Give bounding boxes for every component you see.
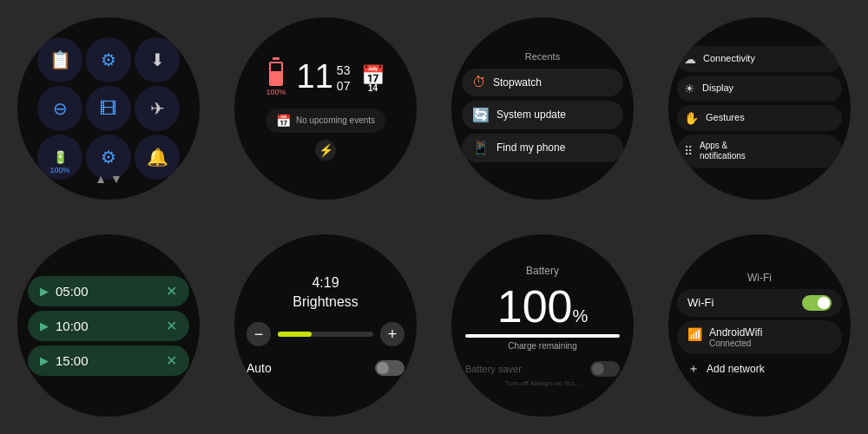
ctrl-btn-minus[interactable]: ⊖ — [37, 86, 82, 131]
toggle-off-knob — [592, 363, 604, 375]
watch-cell-8: Wi-Fi Wi-Fi 📶 AndroidWifi Connected ＋ Ad… — [651, 217, 868, 434]
ctrl-btn-settings[interactable]: ⚙ — [86, 37, 131, 82]
system-update-icon: 🔄 — [472, 107, 490, 123]
stopwatch-icon: ⏱ — [472, 75, 486, 90]
alarm-left-3: ▶ 15:00 — [40, 353, 89, 368]
wifi-network-item[interactable]: 📶 AndroidWifi Connected — [677, 320, 842, 354]
settings-gestures[interactable]: ✋ Gestures — [677, 105, 842, 131]
time-display: 11 53 07 — [297, 60, 351, 94]
alarm-close-1[interactable]: ✕ — [166, 283, 177, 299]
hand-icon: ✋ — [684, 111, 699, 125]
calendar-date: 14 — [368, 83, 378, 93]
time-minutes: 53 — [337, 63, 351, 78]
plus-icon: + — [388, 326, 398, 344]
battery-fill — [271, 71, 281, 83]
signal-row: ▲ ▼ — [95, 172, 122, 186]
cloud-icon: ☁ — [684, 52, 696, 66]
alarm-time-3: 15:00 — [56, 353, 89, 368]
watch-cell-7: Battery 100 % Charge remaining Battery s… — [434, 217, 651, 434]
settings-display[interactable]: ☀ Display — [677, 76, 842, 102]
wifi-add-row[interactable]: ＋ Add network — [677, 358, 842, 380]
battery-face: Battery 100 % Charge remaining Battery s… — [451, 256, 634, 396]
find-phone-icon: 📱 — [472, 140, 490, 156]
ctrl-btn-airplane[interactable]: ✈ — [135, 86, 180, 131]
watch-face-3: Recents ⏱ Stopwatch 🔄 System update 📱 Fi… — [451, 17, 634, 200]
minus-icon: − — [254, 326, 264, 344]
brightness-slider-fill — [278, 332, 312, 337]
watch-cell-2: 100% 11 53 07 📅 14 📅 No upcoming events — [217, 0, 434, 217]
wifi-network-name: AndroidWifi — [709, 326, 762, 339]
alarm-play-3: ▶ — [40, 354, 49, 367]
no-events-banner: 📅 No upcoming events — [266, 108, 385, 133]
battery-top — [273, 57, 279, 60]
watch-cell-5: ▶ 05:00 ✕ ▶ 10:00 ✕ ▶ 15:00 ✕ — [0, 217, 217, 434]
add-network-icon: ＋ — [687, 361, 700, 377]
brightness-title: Brightness — [293, 294, 358, 310]
sun-icon: ☀ — [684, 82, 695, 95]
auto-brightness-row: Auto — [247, 360, 404, 376]
wifi-toggle-row[interactable]: Wi-Fi — [677, 289, 842, 317]
time-seconds: 07 — [337, 79, 351, 94]
recent-item-sysupdate[interactable]: 🔄 System update — [462, 101, 623, 129]
alarm-close-2[interactable]: ✕ — [166, 318, 177, 334]
ctrl-btn-battery[interactable]: 🔋 100% — [37, 135, 82, 180]
battery-bar-full — [465, 334, 620, 338]
find-phone-label: Find my phone — [496, 141, 565, 154]
settings-apps[interactable]: ⠿ Apps &notifications — [677, 135, 842, 168]
battery-percent-large: 100 — [497, 284, 573, 329]
wifi-network-info: AndroidWifi Connected — [709, 326, 762, 348]
time-hours: 11 — [297, 60, 333, 93]
clock-face: 100% 11 53 07 📅 14 📅 No upcoming events — [234, 49, 417, 169]
watch-face-1: 📋 ⚙ ⬇ ⊖ 🎞 ✈ 🔋 100% ⚙ — [17, 17, 200, 200]
recent-item-stopwatch[interactable]: ⏱ Stopwatch — [462, 69, 623, 96]
battery-saver-toggle[interactable] — [590, 361, 620, 377]
alarm-item-1[interactable]: ▶ 05:00 ✕ — [28, 276, 189, 306]
recents-face: Recents ⏱ Stopwatch 🔄 System update 📱 Fi… — [451, 44, 634, 174]
add-network-label: Add network — [707, 363, 765, 375]
watch-face-4: ☁ Connectivity ☀ Display ✋ Gestures ⠿ Ap… — [668, 17, 851, 200]
no-events-text: No upcoming events — [296, 115, 375, 125]
recent-item-findphone[interactable]: 📱 Find my phone — [462, 134, 623, 162]
brightness-slider-track[interactable] — [278, 332, 373, 337]
charge-remaining-label: Charge remaining — [508, 341, 577, 351]
brightness-plus-button[interactable]: + — [380, 322, 404, 346]
wifi-face: Wi-Fi Wi-Fi 📶 AndroidWifi Connected ＋ Ad… — [668, 265, 851, 387]
watch-face-7: Battery 100 % Charge remaining Battery s… — [451, 234, 634, 417]
auto-label: Auto — [247, 361, 272, 375]
minus-circle-icon: ⊖ — [53, 98, 68, 119]
alarm-close-3[interactable]: ✕ — [166, 352, 177, 369]
wifi-screen-title: Wi-Fi — [677, 272, 842, 284]
battery-percent-display: 100 % — [497, 284, 589, 329]
watch-cell-4: ☁ Connectivity ☀ Display ✋ Gestures ⠿ Ap… — [651, 0, 868, 217]
wifi-toggle[interactable] — [802, 295, 832, 311]
signal-icon: ▲ — [95, 172, 107, 186]
charge-indicator: ⚡ — [315, 140, 336, 161]
auto-brightness-toggle[interactable] — [375, 360, 404, 376]
system-update-label: System update — [496, 108, 566, 121]
wifi-toggle-label: Wi-Fi — [687, 296, 713, 309]
alarm-left-1: ▶ 05:00 — [40, 284, 89, 299]
battery-percent-symbol: % — [572, 306, 588, 326]
watch-face-6: 4:19 Brightness − + Auto — [234, 234, 417, 417]
clock-top-row: 100% 11 53 07 📅 14 — [243, 57, 408, 96]
bell-icon: 🔔 — [147, 147, 168, 168]
brightness-time: 4:19 — [312, 275, 339, 291]
alarm-item-3[interactable]: ▶ 15:00 ✕ — [28, 345, 189, 376]
ctrl-btn-film[interactable]: 🎞 — [86, 86, 131, 131]
film-icon: 🎞 — [100, 99, 117, 119]
calendar-widget: 📅 14 — [360, 64, 385, 89]
ctrl-btn-download[interactable]: ⬇ — [135, 37, 180, 82]
ctrl-btn-bell[interactable]: 🔔 — [135, 135, 180, 180]
brightness-face: 4:19 Brightness − + Auto — [234, 266, 417, 385]
battery-screen-title: Battery — [526, 265, 559, 277]
battery-saver-label: Battery saver — [465, 364, 522, 374]
alarm-time-1: 05:00 — [56, 284, 89, 299]
ctrl-btn-clipboard[interactable]: 📋 — [37, 37, 82, 82]
gear2-icon: ⚙ — [101, 147, 116, 168]
charge-icon: ⚡ — [319, 143, 333, 157]
brightness-minus-button[interactable]: − — [247, 322, 271, 346]
battery-widget: 100% — [266, 57, 286, 96]
alarm-item-2[interactable]: ▶ 10:00 ✕ — [28, 311, 189, 341]
settings-connectivity[interactable]: ☁ Connectivity — [677, 46, 842, 72]
watch-face-5: ▶ 05:00 ✕ ▶ 10:00 ✕ ▶ 15:00 ✕ — [17, 234, 200, 417]
